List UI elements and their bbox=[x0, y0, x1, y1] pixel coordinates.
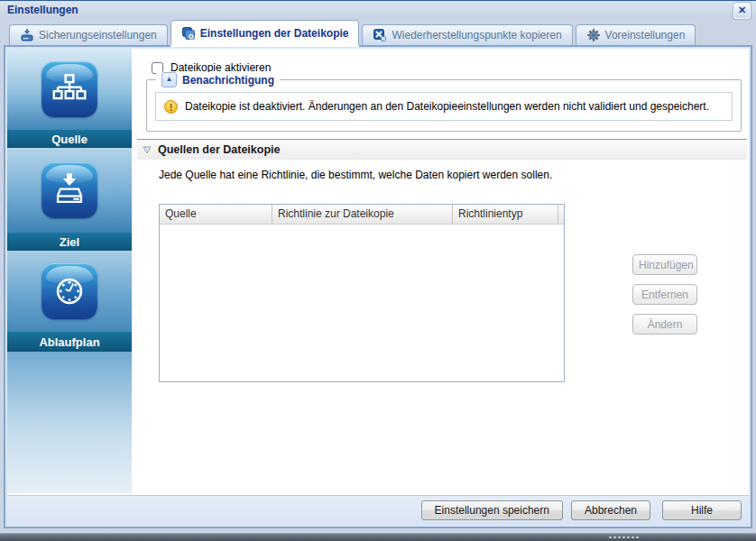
sidebar-item-ablaufplan[interactable] bbox=[7, 251, 132, 332]
destination-drive-icon bbox=[41, 162, 97, 218]
schedule-clock-icon bbox=[41, 263, 97, 319]
save-settings-button[interactable]: Einstellungen speichern bbox=[421, 500, 563, 520]
tab-preferences[interactable]: Voreinstellungen bbox=[576, 24, 696, 45]
tab-label: Wiederherstellungspunkte kopieren bbox=[392, 29, 561, 41]
main-content: Dateikopie aktivieren ▲ Benachrichtigung… bbox=[132, 49, 749, 493]
notification-groupbox: ▲ Benachrichtigung ! Dateikopie ist deak… bbox=[146, 79, 742, 132]
help-button[interactable]: Hilfe bbox=[662, 500, 742, 520]
sidebar: Quelle Ziel bbox=[7, 49, 132, 493]
file-copy-sources-header[interactable]: Quellen der Dateikopie bbox=[137, 139, 747, 160]
sidebar-item-quelle[interactable] bbox=[7, 49, 132, 130]
warning-exclamation-icon: ! bbox=[164, 100, 178, 114]
modify-source-button[interactable]: Ändern bbox=[632, 314, 697, 335]
column-header-quelle[interactable]: Quelle bbox=[160, 205, 272, 224]
tab-bar: Sicherungseinstellungen Einstellungen de… bbox=[9, 20, 756, 45]
sources-table[interactable]: Quelle Richtlinie zur Dateikopie Richtli… bbox=[159, 204, 565, 382]
notification-legend: ▲ Benachrichtigung bbox=[156, 72, 280, 87]
footer-bar: Einstellungen speichern Abbrechen Hilfe bbox=[7, 495, 749, 525]
title-bar: Einstellungen ✕ bbox=[0, 0, 756, 18]
tab-file-copy-settings[interactable]: Einstellungen der Dateikopie bbox=[171, 20, 360, 45]
bottom-chrome-bar bbox=[0, 533, 756, 541]
copy-recovery-points-icon bbox=[373, 28, 387, 42]
column-header-richtlinientyp[interactable]: Richtlinientyp bbox=[453, 205, 558, 224]
source-network-icon bbox=[41, 61, 97, 117]
remove-source-button[interactable]: Entfernen bbox=[632, 284, 697, 305]
file-copy-sources-title: Quellen der Dateikopie bbox=[158, 143, 280, 156]
file-copy-settings-icon bbox=[181, 26, 196, 41]
warning-message-text: Dateikopie ist deaktiviert. Änderungen a… bbox=[185, 100, 709, 113]
tab-label: Einstellungen der Dateikopie bbox=[200, 27, 349, 40]
notification-legend-label: Benachrichtigung bbox=[182, 74, 274, 87]
tab-copy-recovery-points[interactable]: Wiederherstellungspunkte kopieren bbox=[362, 24, 572, 45]
warning-message-box: ! Dateikopie ist deaktiviert. Änderungen… bbox=[155, 92, 733, 121]
add-source-button[interactable]: Hinzufügen bbox=[632, 254, 697, 275]
tab-label: Sicherungseinstellungen bbox=[39, 29, 157, 41]
resize-grip-icon[interactable] bbox=[608, 536, 641, 540]
chevron-up-icon[interactable]: ▲ bbox=[161, 72, 177, 87]
window-title: Einstellungen bbox=[7, 4, 78, 16]
column-header-richtlinie[interactable]: Richtlinie zur Dateikopie bbox=[272, 205, 453, 224]
preferences-icon bbox=[586, 28, 601, 42]
sidebar-label-quelle[interactable]: Quelle bbox=[7, 130, 132, 148]
sources-table-zone: Quelle Richtlinie zur Dateikopie Richtli… bbox=[159, 204, 565, 382]
sidebar-filler bbox=[7, 352, 132, 493]
sidebar-label-ablaufplan[interactable]: Ablaufplan bbox=[7, 332, 132, 352]
close-icon[interactable]: ✕ bbox=[733, 3, 751, 19]
column-header-stub bbox=[558, 205, 569, 224]
sources-table-body[interactable] bbox=[160, 225, 564, 381]
triangle-down-icon bbox=[143, 146, 152, 154]
sidebar-item-ziel[interactable] bbox=[7, 148, 132, 233]
sources-table-header: Quelle Richtlinie zur Dateikopie Richtli… bbox=[160, 205, 564, 225]
tab-label: Voreinstellungen bbox=[605, 29, 686, 41]
settings-dialog-window: Einstellungen ✕ Sicherungseinstellungen … bbox=[0, 0, 756, 541]
tab-backup-settings[interactable]: Sicherungseinstellungen bbox=[9, 24, 168, 45]
dialog-body: Quelle Ziel bbox=[4, 45, 752, 528]
source-action-buttons: Hinzufügen Entfernen Ändern bbox=[632, 254, 697, 335]
backup-settings-icon bbox=[20, 28, 34, 42]
sidebar-label-ziel[interactable]: Ziel bbox=[7, 233, 132, 251]
cancel-button[interactable]: Abbrechen bbox=[571, 500, 650, 520]
file-copy-sources-description: Jede Quelle hat eine Richtlinie, die bes… bbox=[159, 169, 552, 181]
